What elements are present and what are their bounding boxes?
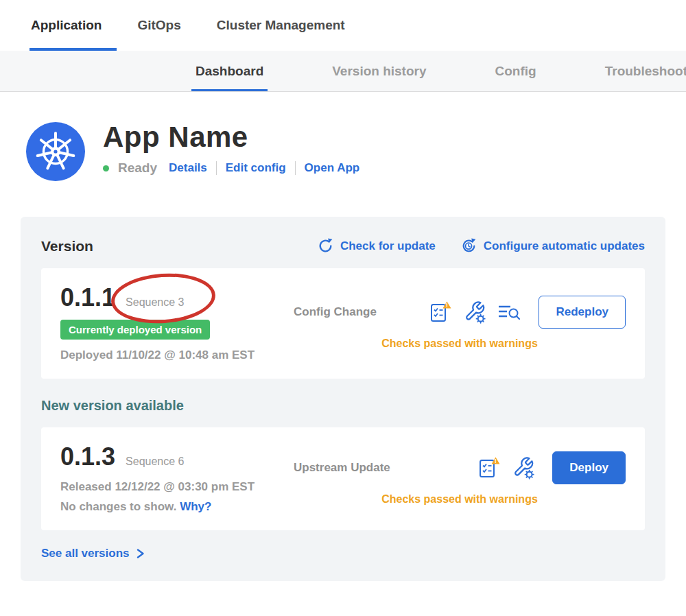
open-app-link[interactable]: Open App [305, 161, 360, 175]
check-for-update-button[interactable]: Check for update [317, 237, 436, 254]
deployed-timestamp: Deployed 11/10/22 @ 10:48 am EST [60, 348, 294, 362]
current-version-source: Config Change [294, 305, 377, 319]
status-badge: Ready [118, 161, 157, 176]
app-header: App Name Ready Details Edit config Open … [0, 92, 686, 181]
preflight-checks-icon[interactable]: ! [477, 456, 501, 479]
status-dot-icon [103, 165, 109, 171]
details-link[interactable]: Details [169, 161, 207, 175]
divider [295, 161, 296, 175]
new-version-source: Upstream Update [294, 461, 390, 475]
app-meta-row: Ready Details Edit config Open App [103, 161, 359, 176]
current-version-checks-status: Checks passed with warnings [294, 337, 626, 350]
version-panel: Version Check for update Configure autom… [21, 217, 665, 581]
current-version-card: 0.1.1 Sequence 3 Currently deployed vers… [41, 268, 645, 379]
version-panel-actions: Check for update Configure automatic upd… [317, 237, 645, 254]
new-version-sequence: Sequence 6 [126, 455, 184, 468]
check-for-update-label: Check for update [340, 239, 436, 253]
divider [216, 161, 217, 175]
released-timestamp: Released 12/12/22 @ 03:30 pm EST [60, 480, 294, 494]
new-version-card: 0.1.3 Sequence 6 Released 12/12/22 @ 03:… [41, 427, 645, 530]
sub-nav: Dashboard Version history Config Trouble… [0, 51, 686, 92]
current-version-actions: Config Change ! [294, 283, 626, 362]
new-version-heading: New version available [41, 398, 645, 414]
sub-tab-version-history[interactable]: Version history [332, 51, 426, 91]
new-version-info: 0.1.3 Sequence 6 Released 12/12/22 @ 03:… [60, 442, 294, 514]
top-tab-cluster-management[interactable]: Cluster Management [217, 0, 345, 51]
new-version-number: 0.1.3 [60, 442, 115, 471]
sub-tab-dashboard[interactable]: Dashboard [196, 51, 263, 91]
new-version-actions: Upstream Update ! [294, 442, 626, 514]
config-wrench-icon[interactable] [512, 456, 534, 479]
top-tab-gitops[interactable]: GitOps [137, 0, 180, 51]
sub-tab-config[interactable]: Config [495, 51, 536, 91]
kubernetes-logo-icon [26, 122, 85, 181]
no-changes-text: No changes to show. [60, 500, 176, 513]
current-version-check-icons: ! [429, 300, 521, 324]
edit-config-link[interactable]: Edit config [226, 161, 286, 175]
current-version-info: 0.1.1 Sequence 3 Currently deployed vers… [60, 283, 294, 362]
no-changes-row: No changes to show. Why? [60, 500, 294, 514]
deploy-button[interactable]: Deploy [552, 451, 626, 484]
configure-auto-updates-button[interactable]: Configure automatic updates [460, 237, 645, 254]
svg-text:!: ! [495, 458, 497, 464]
current-version-number: 0.1.1 [60, 283, 115, 312]
chevron-right-icon [136, 548, 145, 559]
refresh-icon [317, 237, 334, 254]
new-version-check-icons: ! [477, 456, 534, 479]
config-wrench-icon[interactable] [464, 300, 486, 324]
preflight-checks-icon[interactable]: ! [429, 300, 452, 324]
configure-auto-updates-label: Configure automatic updates [484, 239, 645, 253]
page-title: App Name [103, 122, 359, 152]
currently-deployed-badge: Currently deployed version [60, 320, 210, 340]
why-link[interactable]: Why? [180, 500, 211, 513]
svg-text:!: ! [447, 302, 449, 309]
version-panel-title: Version [41, 238, 93, 254]
redeploy-button[interactable]: Redeploy [539, 296, 626, 329]
auto-update-clock-icon [460, 237, 477, 254]
app-header-text: App Name Ready Details Edit config Open … [103, 122, 359, 176]
current-version-sequence: Sequence 3 [126, 296, 184, 309]
version-panel-header: Version Check for update Configure autom… [41, 237, 645, 254]
top-nav: Application GitOps Cluster Management [0, 0, 686, 51]
new-version-checks-status: Checks passed with warnings [294, 493, 626, 506]
sub-tab-troubleshoot[interactable]: Troubleshoot [605, 51, 686, 91]
see-all-versions-label: See all versions [41, 547, 130, 560]
view-diff-icon[interactable] [497, 302, 521, 322]
top-tab-application[interactable]: Application [31, 0, 102, 51]
see-all-versions-link[interactable]: See all versions [41, 547, 645, 560]
